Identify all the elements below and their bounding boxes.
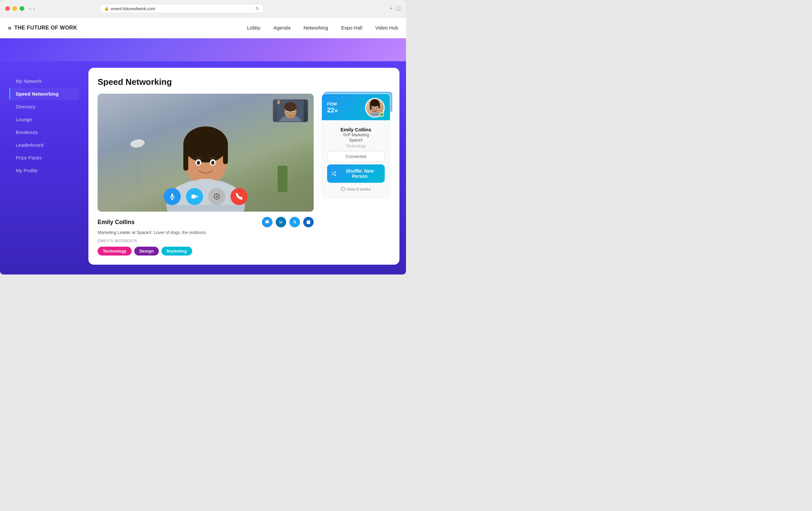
sidebar-item-leaderboard[interactable]: Leaderboard	[9, 139, 79, 151]
lock-icon: 🔒	[104, 6, 109, 11]
sidebar-item-prize-packs[interactable]: Prize Packs	[9, 152, 79, 164]
mic-button[interactable]	[164, 188, 181, 205]
svg-rect-4	[183, 144, 188, 171]
video-container	[97, 94, 314, 211]
forward-button[interactable]: ›	[33, 6, 35, 11]
new-tab-icon[interactable]: +	[389, 6, 393, 11]
svg-point-9	[211, 161, 214, 165]
sidebar-item-speed-networking[interactable]: Speed Networking	[9, 88, 79, 100]
how-it-works-button[interactable]: How it works	[341, 187, 371, 194]
fow-number: 22»	[327, 107, 338, 114]
svg-rect-19	[192, 195, 196, 199]
end-call-button[interactable]	[231, 188, 248, 205]
nav-agenda[interactable]: Agenda	[273, 25, 290, 30]
maximize-button[interactable]	[20, 6, 24, 11]
person-name-row: Emily Collins in 𝕏	[97, 217, 314, 227]
video-controls	[164, 188, 248, 205]
traffic-lights	[5, 6, 24, 11]
svg-rect-12	[277, 100, 280, 104]
svg-point-8	[197, 161, 200, 165]
svg-point-17	[287, 112, 288, 113]
window-icon[interactable]: ⬜	[395, 6, 401, 11]
nav-lobby[interactable]: Lobby	[247, 25, 260, 30]
card-person-title: SVP Marketing	[341, 132, 371, 138]
profile-card: FOW 22»	[321, 94, 390, 199]
sidebar-item-lounge[interactable]: Lounge	[9, 113, 79, 125]
svg-point-30	[371, 99, 379, 104]
svg-point-3	[183, 126, 228, 163]
linkedin-icon[interactable]: in	[276, 217, 286, 227]
sidebar: My Network Speed Networking Directory Lo…	[6, 68, 82, 265]
chat-icon[interactable]	[262, 217, 272, 227]
logo: » THE FUTURE OF WORK	[8, 24, 77, 31]
logo-icon: »	[8, 24, 12, 31]
window-chrome: ‹ › 🔒 event.futureofwork.com ↻ + ⬜	[0, 0, 406, 17]
top-navigation: » THE FUTURE OF WORK Lobby Agenda Networ…	[0, 17, 406, 38]
sidebar-item-directory[interactable]: Directory	[9, 101, 79, 113]
reload-button[interactable]: ↻	[255, 6, 259, 11]
svg-rect-32	[378, 103, 380, 108]
card-person-industry: Technology	[341, 144, 371, 148]
nav-expo-hall[interactable]: Expo Hall	[341, 25, 362, 30]
card-person-company: SpaceX	[341, 138, 371, 142]
page-title: Speed Networking	[97, 77, 390, 87]
sidebar-item-breakouts[interactable]: Breakouts	[9, 126, 79, 138]
url-text: event.futureofwork.com	[111, 6, 155, 11]
svg-rect-5	[223, 144, 228, 164]
camera-button[interactable]	[186, 188, 203, 205]
card-avatar-area: Emily Collins SVP Marketing SpaceX Techn…	[322, 120, 390, 198]
sidebar-item-my-network[interactable]: My Network	[9, 75, 79, 87]
svg-point-36	[376, 107, 378, 108]
nav-arrows: ‹ ›	[29, 6, 35, 11]
logo-text: THE FUTURE OF WORK	[14, 25, 77, 31]
svg-point-35	[372, 107, 374, 108]
address-bar[interactable]: 🔒 event.futureofwork.com ↻	[100, 4, 264, 13]
content-area: Speed Networking	[88, 68, 400, 265]
how-it-works-label: How it works	[347, 187, 371, 192]
interest-design[interactable]: Design	[134, 247, 159, 256]
close-button[interactable]	[5, 6, 10, 11]
person-name: Emily Collins	[97, 219, 135, 226]
right-panel: FOW 22»	[321, 94, 390, 256]
content-body: Emily Collins in 𝕏	[97, 94, 390, 256]
shuffle-button[interactable]: Shuffle: New Person	[327, 165, 385, 183]
back-button[interactable]: ‹	[29, 6, 31, 11]
interest-technology[interactable]: Technology	[97, 247, 132, 256]
twitter-icon[interactable]: 𝕏	[289, 217, 300, 227]
nav-networking[interactable]: Networking	[303, 25, 328, 30]
fow-badge: FOW 22»	[327, 102, 338, 114]
svg-rect-22	[307, 221, 310, 224]
self-video	[272, 99, 309, 122]
card-person-name: Emily Collins	[341, 127, 371, 132]
calendar-icon[interactable]	[303, 217, 314, 227]
svg-point-20	[216, 196, 218, 198]
svg-point-18	[292, 112, 294, 113]
interest-marketing[interactable]: Marketing	[162, 247, 192, 256]
hero-bar	[0, 38, 406, 61]
svg-rect-31	[370, 103, 372, 110]
sidebar-item-my-profile[interactable]: My Profile	[9, 165, 79, 176]
card-header: FOW 22»	[322, 94, 390, 120]
settings-button[interactable]	[208, 188, 225, 205]
person-info: Emily Collins in 𝕏	[97, 211, 314, 256]
fow-label: FOW	[327, 102, 338, 107]
video-section: Emily Collins in 𝕏	[97, 94, 314, 256]
minimize-button[interactable]	[12, 6, 17, 11]
interests-row: Technology Design Marketing	[97, 247, 314, 256]
social-icons: in 𝕏	[262, 217, 314, 227]
person-bio: Marketing Leader at SpaceX. Lover of dog…	[97, 230, 314, 235]
top-nav-links: Lobby Agenda Networking Expo Hall Video …	[247, 25, 398, 30]
nav-video-hub[interactable]: Video Hub	[375, 25, 398, 30]
interests-label: EMILY'S INTERESTS	[97, 239, 314, 243]
svg-line-21	[236, 193, 242, 200]
window-actions: + ⬜	[389, 6, 401, 11]
main-layout: My Network Speed Networking Directory Lo…	[0, 61, 406, 275]
svg-point-14	[284, 102, 297, 111]
card-stack: FOW 22»	[321, 94, 390, 199]
connected-button[interactable]: Connected	[327, 151, 385, 162]
